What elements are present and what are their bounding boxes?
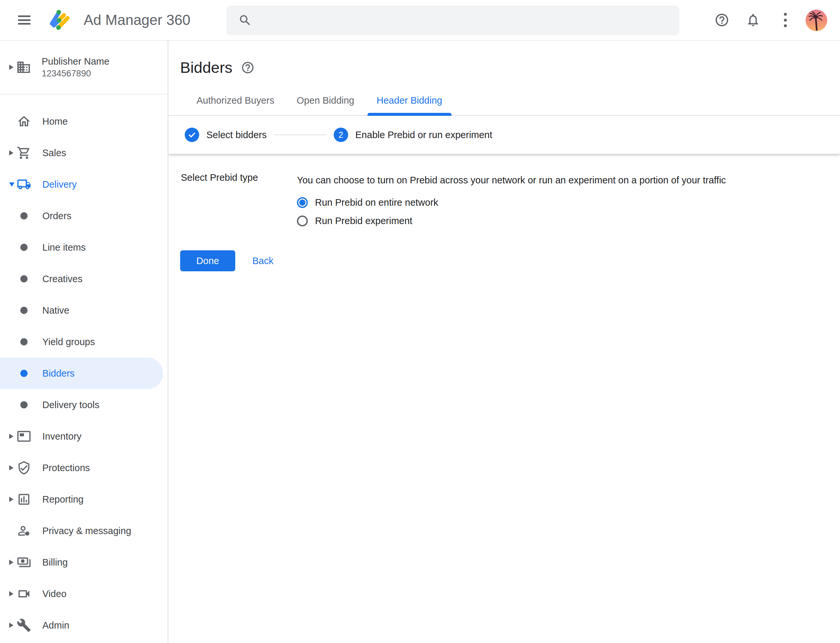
radio-run-prebid-entire-network[interactable]: Run Prebid on entire network [297,193,726,212]
radio-selected-icon[interactable] [297,197,308,208]
caret-right-icon [9,497,13,502]
search-input[interactable] [260,15,669,26]
tab-authorized-buyers[interactable]: Authorized Buyers [185,86,286,115]
page-title: Bidders [180,59,232,77]
more-options-button[interactable] [784,13,787,27]
stepper: Select bidders 2 Enable Prebid or run ex… [168,116,840,155]
sidebar-menu: Home Sales Delivery Orders Line items [0,95,168,641]
caret-right-icon [9,465,13,470]
step-2-circle[interactable]: 2 [334,127,348,142]
select-prebid-type-label: Select Prebid type [181,170,297,230]
publisher-name: Publisher Name [42,56,109,67]
step-2-label: Enable Prebid or run experiment [355,130,492,140]
bullet-icon [16,271,32,287]
bullet-icon [16,334,32,350]
bullet-icon [16,302,32,318]
bell-icon [745,13,761,28]
step-connector [274,134,327,135]
sidebar-item-video[interactable]: Video [0,578,168,610]
bullet-icon [16,366,32,381]
more-vert-icon [784,13,787,16]
shield-check-icon [16,460,32,476]
page-help-button[interactable] [241,61,255,75]
caret-right-icon [9,623,13,628]
caret-down-icon [9,183,15,187]
caret-right-icon [9,65,13,70]
sidebar-item-orders[interactable]: Orders [0,200,168,232]
tab-header-bidding[interactable]: Header Bidding [366,86,453,115]
back-link[interactable]: Back [252,256,273,266]
sidebar-item-protections[interactable]: Protections [0,452,168,483]
wrench-icon [16,617,32,633]
bullet-icon [16,397,32,413]
video-camera-icon [16,586,32,602]
truck-icon [16,176,32,192]
bullet-icon [16,240,32,255]
sidebar-navigation: Publisher Name 1234567890 Home Sales Del… [0,41,168,643]
building-icon [16,60,31,75]
prebid-type-radio-group: Run Prebid on entire network Run Prebid … [297,193,726,230]
sidebar-item-reporting[interactable]: Reporting [0,483,168,515]
sidebar-item-admin[interactable]: Admin [0,610,168,641]
bullet-icon [16,208,32,224]
sidebar-item-line-items[interactable]: Line items [0,232,168,263]
sidebar-item-inventory[interactable]: Inventory [0,421,168,452]
shopping-cart-icon [16,145,32,161]
notifications-button[interactable] [745,13,761,28]
top-app-bar: Ad Manager 360 [0,0,840,41]
step-1-completed-circle[interactable] [185,127,199,142]
prebid-description: You can choose to turn on Prebid across … [297,170,726,188]
tab-bar: Authorized Buyers Open Bidding Header Bi… [168,86,840,116]
done-button[interactable]: Done [180,250,235,271]
sidebar-item-billing[interactable]: Billing [0,547,168,578]
help-icon [714,13,729,28]
sidebar-item-yield-groups[interactable]: Yield groups [0,326,168,357]
sidebar-item-bidders[interactable]: Bidders [0,357,163,389]
sidebar-item-privacy-messaging[interactable]: Privacy & messaging [0,515,168,547]
main-content: Bidders Authorized Buyers Open Bidding H… [168,41,840,643]
home-icon [16,114,32,129]
web-asset-icon [16,428,32,444]
payments-icon [16,555,32,570]
help-button[interactable] [714,13,729,28]
check-icon [187,130,196,139]
sidebar-item-sales[interactable]: Sales [0,137,168,169]
step-1-label: Select bidders [206,130,267,140]
radio-run-prebid-experiment[interactable]: Run Prebid experiment [297,212,726,230]
sidebar-item-home[interactable]: Home [0,106,168,137]
palm-tree-avatar-image [806,10,827,31]
caret-right-icon [9,150,13,155]
hamburger-menu-button[interactable] [18,15,31,24]
help-icon [241,61,255,75]
app-title: Ad Manager 360 [84,12,190,28]
sidebar-item-native[interactable]: Native [0,295,168,326]
global-search-bar[interactable] [226,6,679,35]
caret-right-icon [9,591,13,596]
ad-manager-logo-icon [47,7,74,33]
sidebar-item-delivery[interactable]: Delivery [0,169,168,200]
bar-chart-icon [16,491,32,507]
caret-right-icon [9,560,13,565]
person-shield-icon [16,523,32,539]
user-avatar[interactable] [806,10,827,31]
radio-unselected-icon[interactable] [297,215,308,226]
tab-open-bidding[interactable]: Open Bidding [286,86,366,115]
sidebar-item-creatives[interactable]: Creatives [0,263,168,295]
sidebar-item-delivery-tools[interactable]: Delivery tools [0,389,168,421]
search-icon [238,13,252,27]
publisher-id: 1234567890 [42,69,109,79]
publisher-account-switcher[interactable]: Publisher Name 1234567890 [0,41,168,95]
caret-right-icon [9,434,13,439]
